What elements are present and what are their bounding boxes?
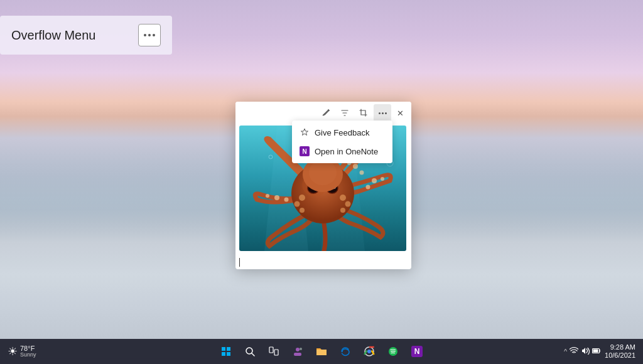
overflow-menu-title: Overflow Menu	[11, 28, 129, 43]
svg-point-23	[294, 201, 300, 207]
svg-point-9	[381, 177, 384, 181]
pen-tool-button[interactable]	[317, 104, 335, 122]
svg-point-45	[389, 347, 397, 356]
overflow-dots-button[interactable]	[138, 24, 161, 46]
svg-rect-42	[294, 353, 301, 356]
svg-rect-39	[274, 350, 278, 355]
svg-point-27	[340, 208, 345, 213]
svg-rect-33	[227, 347, 230, 351]
weather-description: Sunny	[20, 352, 36, 358]
teams-button[interactable]	[288, 341, 308, 361]
clock-date: 10/6/2021	[605, 351, 635, 360]
svg-rect-32	[222, 347, 225, 351]
svg-rect-38	[269, 347, 273, 353]
svg-point-24	[300, 208, 305, 213]
weather-widget[interactable]: ☀ 78°F Sunny	[8, 345, 36, 358]
volume-icon[interactable]	[581, 347, 590, 356]
svg-point-40	[296, 348, 300, 351]
tray-chevron-icon[interactable]: ^	[564, 348, 567, 355]
onenote-taskbar-button[interactable]: N	[407, 341, 427, 361]
svg-point-41	[300, 348, 302, 350]
onenote-menu-icon: N	[300, 146, 310, 156]
overflow-dropdown-menu: Give Feedback N Open in OneNote	[292, 120, 392, 163]
system-tray[interactable]: ^	[564, 347, 601, 356]
give-feedback-label: Give Feedback	[315, 128, 369, 137]
start-button[interactable]	[216, 341, 236, 361]
battery-icon	[592, 348, 601, 355]
open-onenote-item[interactable]: N Open in OneNote	[292, 142, 392, 161]
text-cursor-blink	[239, 258, 240, 267]
chrome-button[interactable]	[359, 341, 379, 361]
close-window-button[interactable]: ✕	[392, 105, 408, 120]
svg-point-8	[372, 178, 377, 183]
main-window: ✕	[235, 102, 411, 269]
weather-sun-icon: ☀	[8, 345, 18, 358]
wifi-icon	[570, 347, 578, 356]
open-in-onenote-label: Open in OneNote	[315, 147, 378, 156]
weather-info: 78°F Sunny	[20, 345, 36, 358]
dot1	[144, 34, 146, 36]
feedback-icon	[300, 127, 310, 137]
edge-button[interactable]	[335, 341, 355, 361]
spotify-button[interactable]	[383, 341, 403, 361]
task-view-button[interactable]	[264, 341, 284, 361]
svg-point-5	[353, 164, 358, 169]
close-icon: ✕	[397, 109, 404, 118]
svg-rect-35	[227, 352, 230, 356]
svg-point-12	[266, 194, 269, 198]
svg-point-6	[360, 171, 364, 175]
svg-point-21	[309, 160, 337, 185]
clock-time: 9:28 AM	[610, 343, 635, 351]
system-clock[interactable]: 9:28 AM 10/6/2021	[605, 343, 635, 360]
taskbar-center-icons: N	[216, 341, 427, 361]
dot2	[148, 34, 151, 36]
taskbar-left: ☀ 78°F Sunny	[0, 345, 36, 358]
give-feedback-item[interactable]: Give Feedback	[292, 123, 392, 142]
svg-point-22	[299, 195, 305, 201]
svg-point-26	[345, 201, 351, 207]
svg-point-13	[284, 198, 289, 202]
svg-point-44	[367, 350, 371, 353]
filter-button[interactable]	[336, 104, 354, 122]
taskbar-right: ^	[564, 343, 643, 360]
desktop: Overflow Menu	[0, 0, 643, 364]
svg-point-10	[366, 185, 370, 190]
text-area[interactable]	[235, 255, 411, 269]
search-button[interactable]	[240, 341, 260, 361]
file-explorer-button[interactable]	[311, 341, 332, 361]
svg-point-11	[274, 195, 279, 200]
svg-point-25	[340, 195, 346, 201]
crop-button[interactable]	[355, 104, 372, 122]
svg-rect-34	[222, 352, 225, 356]
dot3	[153, 34, 155, 36]
taskbar: ☀ 78°F Sunny	[0, 339, 643, 364]
onenote-taskbar-icon: N	[414, 347, 420, 356]
svg-rect-47	[593, 350, 598, 353]
onenote-letter: N	[302, 148, 306, 155]
more-options-button[interactable]	[374, 104, 391, 122]
overflow-menu-label: Overflow Menu	[0, 16, 172, 55]
svg-line-37	[252, 353, 254, 356]
